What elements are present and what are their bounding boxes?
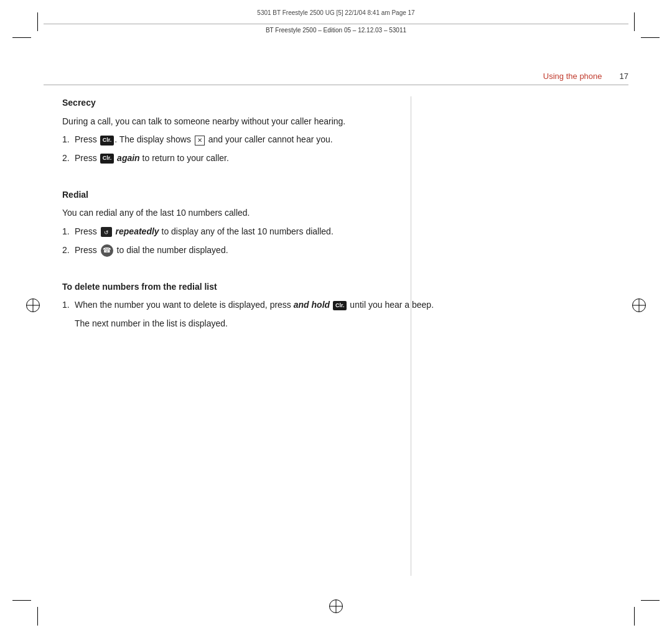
again-text: again	[117, 153, 140, 163]
svg-text:↺: ↺	[104, 229, 109, 236]
delete-steps: 1. When the number you want to delete is…	[62, 298, 436, 312]
repeatedly-text: repeatedly	[116, 226, 159, 236]
redial-heading: Redial	[62, 188, 436, 202]
page-title-bar: Using the phone 17	[44, 72, 628, 85]
redial-intro: You can redial any of the last 10 number…	[62, 206, 436, 220]
secrecy-heading: Secrecy	[62, 96, 436, 110]
crop-mark-bl-h	[12, 600, 31, 601]
delete-step1-text: When the number you want to delete is di…	[75, 300, 434, 310]
right-column	[411, 96, 628, 576]
crop-mark-br-h	[641, 600, 660, 601]
redial-steps: 1. Press ↺ repeatedly to display any of …	[62, 225, 436, 257]
page-header-area: 5301 BT Freestyle 2500 UG [5] 22/1/04 8:…	[0, 0, 672, 47]
x-icon	[195, 136, 205, 146]
clr-button-1: Clr.	[100, 136, 114, 146]
secrecy-steps: 1. Press Clr.. The display shows and you…	[62, 133, 436, 165]
section-divider-1	[62, 178, 436, 178]
header-subtitle: BT Freestyle 2500 – Edition 05 – 12.12.0…	[0, 27, 672, 34]
registration-mark-bottom	[329, 599, 343, 613]
secrecy-step1-text: Press Clr.. The display shows and your c…	[75, 134, 333, 144]
header-divider	[44, 24, 628, 24]
secrecy-step2-text: Press Clr. again to return to your calle…	[75, 153, 229, 163]
redial-step-1: 1. Press ↺ repeatedly to display any of …	[62, 225, 436, 239]
secrecy-section: Secrecy During a call, you can talk to s…	[62, 96, 436, 165]
registration-mark-left	[26, 298, 40, 312]
crop-mark-bl-v	[37, 607, 38, 626]
redial-icon: ↺	[101, 227, 112, 237]
redial-step-2: 2. Press to dial the number displayed.	[62, 244, 436, 257]
header-print-info: 5301 BT Freestyle 2500 UG [5] 22/1/04 8:…	[257, 9, 414, 16]
header-top-text: 5301 BT Freestyle 2500 UG [5] 22/1/04 8:…	[44, 9, 628, 17]
delete-step-1: 1. When the number you want to delete is…	[62, 298, 436, 312]
section-title: Using the phone	[543, 72, 602, 81]
secrecy-intro: During a call, you can talk to someone n…	[62, 115, 436, 129]
crop-mark-br-v	[634, 607, 635, 626]
secrecy-step-2: 2. Press Clr. again to return to your ca…	[62, 152, 436, 165]
redial-section: Redial You can redial any of the last 10…	[62, 188, 436, 257]
main-content: Secrecy During a call, you can talk to s…	[62, 96, 436, 576]
secrecy-step-1: 1. Press Clr.. The display shows and you…	[62, 133, 436, 147]
delete-numbers-section: To delete numbers from the redial list 1…	[62, 280, 436, 331]
delete-heading: To delete numbers from the redial list	[62, 280, 436, 294]
redial-step2-text: Press to dial the number displayed.	[75, 245, 228, 255]
and-hold-text: and hold	[294, 300, 330, 310]
clr-button-3: Clr.	[333, 301, 347, 311]
section-divider-2	[62, 270, 436, 270]
call-icon	[101, 244, 113, 257]
page-number: 17	[620, 72, 628, 81]
redial-step1-text: Press ↺ repeatedly to display any of the…	[75, 226, 334, 236]
delete-note: The next number in the list is displayed…	[75, 317, 436, 331]
registration-mark-right	[632, 298, 646, 312]
clr-button-2: Clr.	[100, 154, 114, 164]
